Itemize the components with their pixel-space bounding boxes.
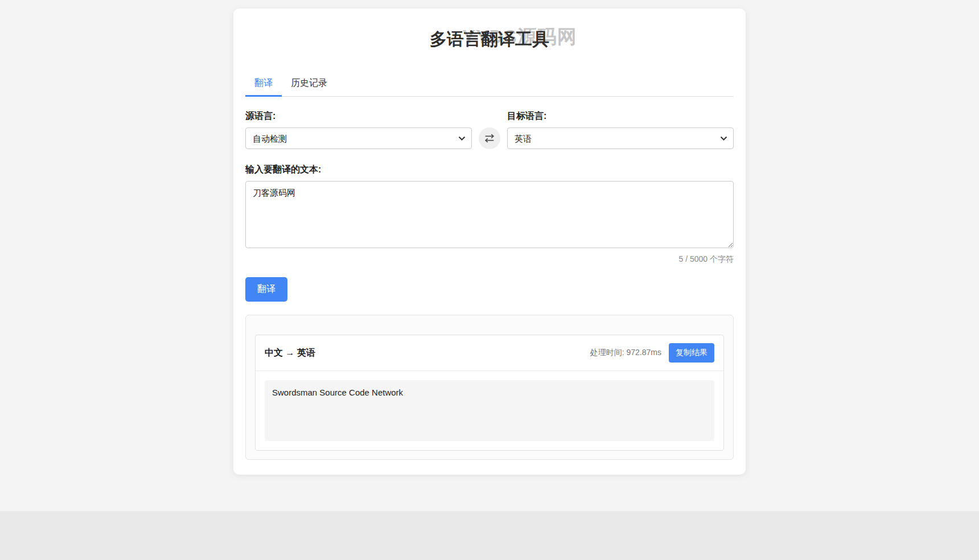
input-text-label: 输入要翻译的文本: — [245, 164, 734, 176]
target-language-label: 目标语言: — [507, 110, 734, 122]
translator-card: YYDS源码网 多语言翻译工具 翻译 历史记录 源语言: 自动检测 — [233, 9, 746, 475]
processing-time: 处理时间: 972.87ms — [590, 348, 661, 358]
source-language-group: 源语言: 自动检测 — [245, 110, 472, 149]
translation-input-textarea[interactable]: 刀客源码网 — [245, 181, 734, 248]
char-counter: 5 / 5000 个字符 — [245, 254, 734, 265]
result-card: 中文 → 英语 处理时间: 972.87ms 复制结果 Swordsman So… — [255, 335, 724, 451]
source-language-label: 源语言: — [245, 110, 472, 122]
translate-button[interactable]: 翻译 — [245, 277, 287, 302]
tab-bar: 翻译 历史记录 — [245, 72, 734, 97]
page-background: YYDS源码网 多语言翻译工具 翻译 历史记录 源语言: 自动检测 — [0, 0, 979, 560]
language-row: 源语言: 自动检测 — [245, 110, 734, 149]
title-area: YYDS源码网 多语言翻译工具 — [245, 28, 734, 51]
target-language-select[interactable]: 英语 — [507, 127, 734, 149]
result-section: 中文 → 英语 处理时间: 972.87ms 复制结果 Swordsman So… — [245, 315, 734, 460]
target-language-group: 目标语言: 英语 — [507, 110, 734, 149]
page-bottom-band — [0, 511, 979, 560]
swap-arrows-icon — [483, 132, 496, 145]
result-output-text: Swordsman Source Code Network — [265, 380, 714, 441]
source-language-select[interactable]: 自动检测 — [245, 127, 472, 149]
tab-translate[interactable]: 翻译 — [245, 72, 282, 97]
result-meta: 处理时间: 972.87ms 复制结果 — [590, 343, 714, 363]
translation-direction: 中文 → 英语 — [265, 347, 315, 359]
swap-languages-button[interactable] — [479, 127, 500, 149]
target-language-select-wrap: 英语 — [507, 127, 734, 149]
page-title: 多语言翻译工具 — [430, 28, 549, 51]
result-header: 中文 → 英语 处理时间: 972.87ms 复制结果 — [256, 335, 723, 371]
copy-result-button[interactable]: 复制结果 — [669, 343, 714, 363]
tab-history[interactable]: 历史记录 — [282, 72, 336, 97]
source-language-select-wrap: 自动检测 — [245, 127, 472, 149]
